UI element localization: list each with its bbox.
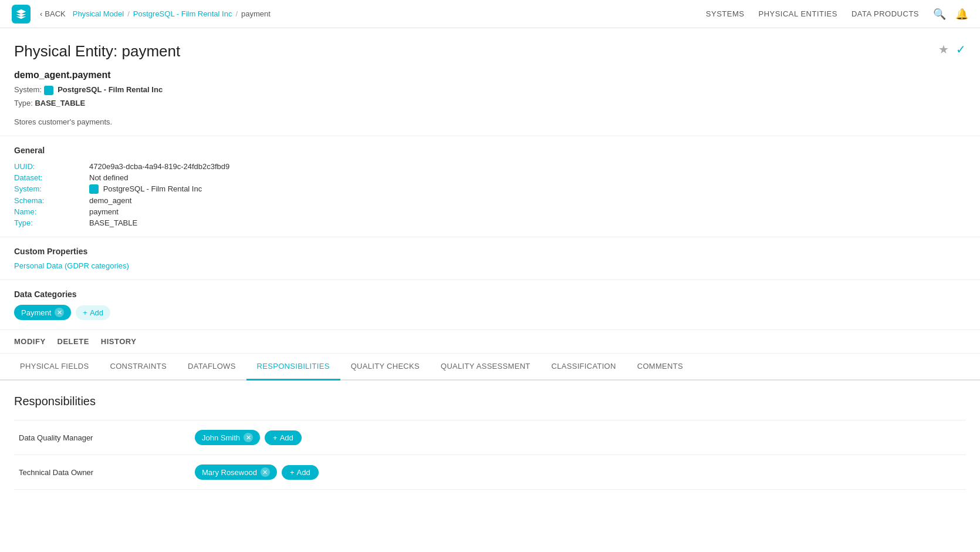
role-label-tdo: Technical Data Owner (14, 455, 190, 490)
breadcrumb-item-physical-model[interactable]: Physical Model (73, 9, 124, 18)
system-value: PostgreSQL - Film Rental Inc (89, 184, 966, 194)
role-actions-dqm: John Smith ✕ + Add (190, 420, 966, 455)
page-title: Physical Entity: payment (14, 42, 180, 60)
action-row: MODIFY DELETE HISTORY (0, 330, 980, 354)
payment-tag-label: Payment (21, 308, 51, 317)
uuid-value: 4720e9a3-dcba-4a94-819c-24fdb2c3fbd9 (89, 162, 966, 171)
schema-value: demo_agent (89, 196, 966, 205)
breadcrumb-item-payment: payment (241, 9, 271, 18)
gdpr-link[interactable]: Personal Data (GDPR categories) (14, 261, 129, 270)
system-kv-icon (89, 184, 99, 194)
uuid-key: UUID: (14, 162, 85, 171)
favorite-button[interactable]: ★ (938, 42, 949, 56)
role-label-dqm: Data Quality Manager (14, 420, 190, 455)
back-label: BACK (45, 9, 65, 18)
tab-physical-fields[interactable]: PHYSICAL FIELDS (9, 354, 99, 381)
tab-dataflows[interactable]: DATAFLOWS (177, 354, 246, 381)
tab-constraints[interactable]: CONSTRAINTS (99, 354, 177, 381)
system-label: System: (14, 85, 44, 94)
dqm-actions: John Smith ✕ + Add (195, 430, 961, 445)
tdo-actions: Mary Rosewood ✕ + Add (195, 465, 961, 480)
data-categories-tags: Payment ✕ + Add (14, 305, 966, 320)
nav-data-products[interactable]: DATA PRODUCTS (851, 9, 919, 18)
tab-classification[interactable]: CLASSIFICATION (541, 354, 627, 381)
tab-responsibilities[interactable]: RESPONSIBILITIES (246, 354, 340, 381)
add-tdo-label: Add (297, 468, 310, 477)
system-key: System: (14, 184, 85, 194)
add-dqm-icon: + (273, 433, 278, 442)
entity-meta: System: PostgreSQL - Film Rental Inc Typ… (14, 83, 966, 110)
main-content: Physical Entity: payment ★ ✓ demo_agent.… (0, 28, 980, 552)
table-row: Technical Data Owner Mary Rosewood ✕ + A… (14, 455, 966, 490)
john-smith-remove[interactable]: ✕ (244, 433, 253, 442)
nav-systems[interactable]: SYSTEMS (706, 9, 745, 18)
general-kv-table: UUID: 4720e9a3-dcba-4a94-819c-24fdb2c3fb… (14, 162, 966, 228)
schema-key: Schema: (14, 196, 85, 205)
add-icon: + (83, 308, 87, 317)
general-section: General UUID: 4720e9a3-dcba-4a94-819c-24… (0, 136, 980, 238)
name-key: Name: (14, 207, 85, 216)
tab-quality-checks[interactable]: QUALITY CHECKS (340, 354, 430, 381)
type-kv-value: BASE_TABLE (89, 218, 966, 227)
breadcrumb: Physical Model / PostgreSQL - Film Renta… (73, 9, 271, 18)
nav-physical-entities[interactable]: PHYSICAL ENTITIES (758, 9, 837, 18)
system-icon (44, 86, 53, 95)
mary-rosewood-pill: Mary Rosewood ✕ (195, 465, 277, 480)
page-header-actions: ★ ✓ (938, 42, 966, 56)
payment-tag: Payment ✕ (14, 305, 71, 320)
top-nav-right: SYSTEMS PHYSICAL ENTITIES DATA PRODUCTS … (706, 8, 968, 21)
tab-comments[interactable]: COMMENTS (627, 354, 694, 381)
entity-info: demo_agent.payment System: PostgreSQL - … (0, 60, 980, 136)
custom-properties-title: Custom Properties (14, 247, 966, 256)
nav-icons: 🔍 🔔 (933, 8, 968, 21)
entity-description: Stores customer's payments. (14, 117, 966, 126)
table-row: Data Quality Manager John Smith ✕ + Add (14, 420, 966, 455)
add-tdo-icon: + (290, 468, 295, 477)
responsibilities-title: Responsibilities (14, 395, 966, 408)
notifications-icon[interactable]: 🔔 (955, 8, 968, 21)
top-nav: ‹ BACK Physical Model / PostgreSQL - Fil… (0, 0, 980, 28)
dataset-value: Not defined (89, 173, 966, 182)
responsibilities-section: Responsibilities Data Quality Manager Jo… (0, 381, 980, 504)
app-logo (12, 5, 31, 23)
breadcrumb-item-postgresql[interactable]: PostgreSQL - Film Rental Inc (133, 9, 232, 18)
data-categories-section: Data Categories Payment ✕ + Add (0, 280, 980, 330)
general-section-title: General (14, 146, 966, 155)
entity-name: demo_agent.payment (14, 70, 966, 80)
add-category-button[interactable]: + Add (76, 305, 110, 320)
responsibilities-table: Data Quality Manager John Smith ✕ + Add (14, 420, 966, 490)
add-tdo-button[interactable]: + Add (282, 465, 319, 480)
dataset-key: Dataset: (14, 173, 85, 182)
mary-rosewood-remove[interactable]: ✕ (261, 467, 270, 477)
type-label: Type: (14, 99, 35, 107)
add-label: Add (90, 308, 103, 317)
tab-quality-assessment[interactable]: QUALITY ASSESSMENT (430, 354, 541, 381)
system-kv-value: PostgreSQL - Film Rental Inc (103, 184, 202, 193)
history-button[interactable]: HISTORY (101, 337, 137, 346)
payment-tag-remove[interactable]: ✕ (55, 308, 64, 317)
type-key: Type: (14, 218, 85, 227)
search-icon[interactable]: 🔍 (933, 8, 946, 21)
add-dqm-label: Add (280, 433, 293, 442)
john-smith-pill: John Smith ✕ (195, 430, 260, 445)
custom-properties-section: Custom Properties Personal Data (GDPR ca… (0, 237, 980, 280)
role-actions-tdo: Mary Rosewood ✕ + Add (190, 455, 966, 490)
type-value: BASE_TABLE (35, 99, 85, 107)
tab-bar: PHYSICAL FIELDS CONSTRAINTS DATAFLOWS RE… (0, 354, 980, 381)
data-categories-title: Data Categories (14, 290, 966, 299)
approve-button[interactable]: ✓ (956, 42, 966, 56)
name-value: payment (89, 207, 966, 216)
delete-button[interactable]: DELETE (58, 337, 89, 346)
modify-button[interactable]: MODIFY (14, 337, 46, 346)
john-smith-label: John Smith (202, 433, 240, 442)
system-name-value: PostgreSQL - Film Rental Inc (58, 85, 163, 94)
mary-rosewood-label: Mary Rosewood (202, 468, 257, 477)
add-dqm-button[interactable]: + Add (265, 430, 302, 445)
page-header: Physical Entity: payment ★ ✓ (0, 28, 980, 60)
back-button[interactable]: ‹ BACK (40, 9, 66, 18)
back-chevron-icon: ‹ (40, 9, 42, 18)
